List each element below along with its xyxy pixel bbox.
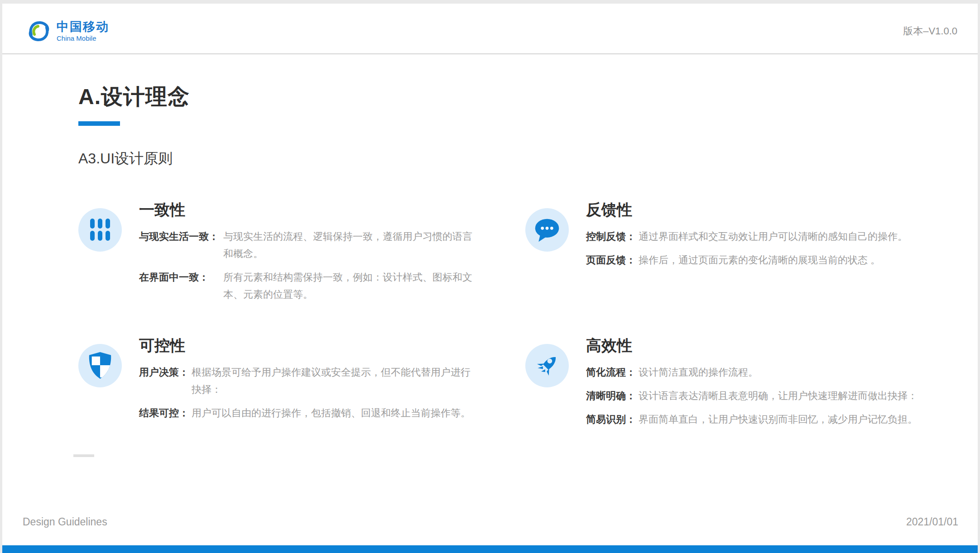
item-label: 用户决策： [139,364,189,381]
principle-item: 页面反馈： 操作后，通过页面元素的变化清晰的展现当前的状态 。 [586,252,959,269]
principle-item: 结果可控： 用户可以自由的进行操作，包括撤销、回退和终止当前操作等。 [139,405,512,422]
section-body: 一致性 与现实生活一致： 与现实生活的流程、逻辑保持一致，遵循用户习惯的语言和概… [139,202,512,310]
item-desc: 通过界面样式和交互动效让用户可以清晰的感知自己的操作。 [639,228,908,245]
section-heading: 可控性 [139,338,512,353]
principles-grid: 一致性 与现实生活一致： 与现实生活的流程、逻辑保持一致，遵循用户习惯的语言和概… [78,202,959,434]
page-header: 中国移动 China Mobile 版本–V1.0.0 [2,4,978,54]
main-content: A.设计理念 A3.UI设计原则 [2,86,978,434]
section-body: 高效性 简化流程： 设计简洁直观的操作流程。 清晰明确： 设计语言表达清晰且表意… [586,338,959,434]
bottom-accent-bar [2,545,978,553]
principle-item: 用户决策： 根据场景可给予用户操作建议或安全提示，但不能代替用户进行抉择： [139,364,512,398]
section-controllability: 可控性 用户决策： 根据场景可给予用户操作建议或安全提示，但不能代替用户进行抉择… [78,338,512,434]
principle-item: 简化流程： 设计简洁直观的操作流程。 [586,364,959,381]
footer-document-name: Design Guidelines [23,516,107,528]
principle-item: 清晰明确： 设计语言表达清晰且表意明确，让用户快速理解进而做出抉择： [586,387,959,405]
item-label: 控制反馈： [586,228,636,245]
section-heading: 一致性 [139,202,512,217]
version-label: 版本–V1.0.0 [903,24,957,38]
page-title: A.设计理念 [78,86,959,108]
section-feedback: 反馈性 控制反馈： 通过界面样式和交互动效让用户可以清晰的感知自己的操作。 页面… [525,202,959,310]
item-label: 在界面中一致： [139,269,221,286]
title-underline [78,121,120,126]
logo-text-cn: 中国移动 [57,20,109,34]
section-consistency: 一致性 与现实生活一致： 与现实生活的流程、逻辑保持一致，遵循用户习惯的语言和概… [78,202,512,310]
page-subtitle: A3.UI设计原则 [78,151,959,166]
item-desc: 用户可以自由的进行操作，包括撤销、回退和终止当前操作等。 [192,405,471,422]
item-desc: 设计简洁直观的操作流程。 [639,364,758,381]
section-body: 可控性 用户决策： 根据场景可给予用户操作建议或安全提示，但不能代替用户进行抉择… [139,338,512,434]
item-label: 简化流程： [586,364,636,381]
china-mobile-logo-icon [28,20,50,43]
principle-item: 与现实生活一致： 与现实生活的流程、逻辑保持一致，遵循用户习惯的语言和概念。 [139,228,512,262]
logo-text-en: China Mobile [57,35,109,43]
item-label: 清晰明确： [586,387,636,405]
page-footer: Design Guidelines 2021/01/01 [23,516,958,528]
chat-bubble-icon [525,208,569,252]
principle-item: 简易识别： 界面简单直白，让用户快速识别而非回忆，减少用户记忆负担。 [586,411,959,428]
item-label: 简易识别： [586,411,636,428]
shield-icon [78,344,122,387]
item-desc: 根据场景可给予用户操作建议或安全提示，但不能代替用户进行抉择： [192,364,475,398]
china-mobile-logo: 中国移动 China Mobile [28,20,109,43]
item-desc: 与现实生活的流程、逻辑保持一致，遵循用户习惯的语言和概念。 [223,228,477,262]
item-label: 结果可控： [139,405,189,422]
item-desc: 所有元素和结构需保持一致，例如：设计样式、图标和文本、元素的位置等。 [223,269,477,303]
slide-page: 中国移动 China Mobile 版本–V1.0.0 A.设计理念 A3.UI… [2,4,978,553]
section-body: 反馈性 控制反馈： 通过界面样式和交互动效让用户可以清晰的感知自己的操作。 页面… [586,202,959,310]
principle-item: 控制反馈： 通过界面样式和交互动效让用户可以清晰的感知自己的操作。 [586,228,959,245]
item-desc: 界面简单直白，让用户快速识别而非回忆，减少用户记忆负担。 [639,411,918,428]
item-label: 与现实生活一致： [139,228,221,245]
rocket-icon [525,344,569,387]
section-efficiency: 高效性 简化流程： 设计简洁直观的操作流程。 清晰明确： 设计语言表达清晰且表意… [525,338,959,434]
item-label: 页面反馈： [586,252,636,269]
item-desc: 设计语言表达清晰且表意明确，让用户快速理解进而做出抉择： [639,387,918,405]
grid-dots-icon [78,208,122,252]
principle-item: 在界面中一致： 所有元素和结构需保持一致，例如：设计样式、图标和文本、元素的位置… [139,269,512,303]
section-heading: 高效性 [586,338,959,353]
footer-date: 2021/01/01 [906,516,958,528]
section-heading: 反馈性 [586,202,959,217]
item-desc: 操作后，通过页面元素的变化清晰的展现当前的状态 。 [639,252,880,269]
logo-text: 中国移动 China Mobile [57,20,109,42]
decorative-dash [73,454,94,457]
